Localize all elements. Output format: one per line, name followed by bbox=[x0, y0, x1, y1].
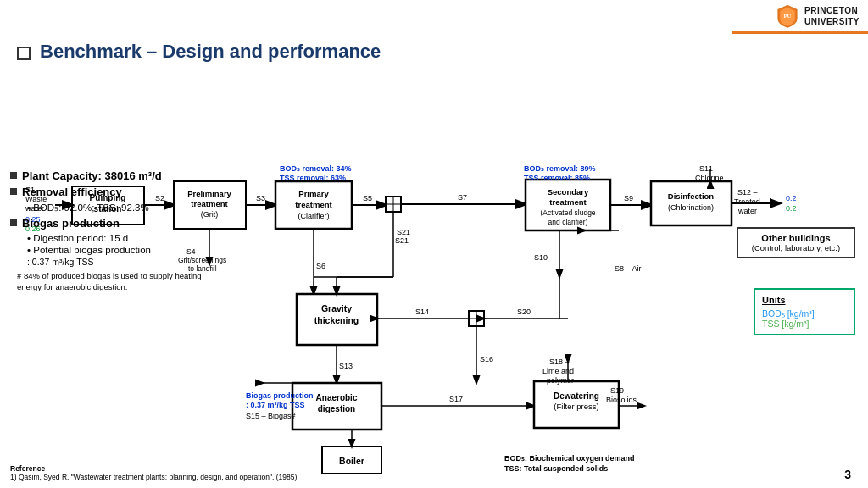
bullet-square-icon bbox=[10, 172, 17, 179]
bod5-sub: BOD₅: 92.0%; TSS: 92.3% bbox=[27, 202, 214, 214]
svg-text:(Filter press): (Filter press) bbox=[554, 402, 598, 411]
page: PU PRINCETON UNIVERSITY Benchmark – Desi… bbox=[0, 0, 868, 488]
biogas-label: Biogas production bbox=[22, 217, 120, 230]
svg-text:TSS removal: 63%: TSS removal: 63% bbox=[280, 174, 346, 182]
svg-text:S21: S21 bbox=[395, 236, 409, 245]
reference-title: Reference bbox=[10, 464, 299, 473]
princeton-logo: PU PRINCETON UNIVERSITY bbox=[776, 4, 860, 28]
plant-capacity-item: Plant Capacity: 38016 m³/d bbox=[10, 169, 214, 182]
svg-text:S17: S17 bbox=[449, 395, 463, 403]
svg-text:S3: S3 bbox=[256, 194, 265, 202]
title-checkbox bbox=[17, 47, 31, 60]
other-buildings-subtitle: (Control, laboratory, etc.) bbox=[745, 243, 847, 252]
svg-text:S19 –: S19 – bbox=[610, 386, 631, 395]
svg-text:(Chlorination): (Chlorination) bbox=[668, 203, 714, 212]
svg-text:S20: S20 bbox=[517, 308, 531, 316]
svg-text:S18 –: S18 – bbox=[549, 358, 570, 366]
svg-text:polymer: polymer bbox=[547, 376, 574, 385]
svg-text:Lime and: Lime and bbox=[542, 367, 574, 375]
svg-text:Chlorine: Chlorine bbox=[695, 174, 724, 182]
svg-text:BOD₅ removal: 34%: BOD₅ removal: 34% bbox=[280, 164, 352, 173]
header: PU PRINCETON UNIVERSITY bbox=[732, 0, 868, 34]
svg-text:S10: S10 bbox=[534, 253, 548, 262]
units-bod: BOD₅ [kg/m³] bbox=[762, 308, 847, 319]
bullet-square-icon bbox=[10, 219, 17, 226]
title-area: Benchmark – Design and performance bbox=[17, 41, 381, 63]
svg-text:Biogas production: Biogas production bbox=[246, 391, 314, 400]
university-name: PRINCETON UNIVERSITY bbox=[804, 5, 860, 27]
svg-text:Treated: Treated bbox=[734, 197, 760, 206]
removal-efficiency-item: Removal efficiency bbox=[10, 186, 214, 198]
main-title: Benchmark – Design and performance bbox=[40, 41, 381, 62]
svg-text:S15 – Biogas#: S15 – Biogas# bbox=[246, 412, 296, 420]
digestion-sub: Digestion period: 15 d bbox=[27, 233, 214, 243]
svg-text:and clarifier): and clarifier) bbox=[548, 218, 588, 226]
svg-text:thickening: thickening bbox=[314, 315, 359, 325]
svg-text:S7: S7 bbox=[458, 193, 467, 202]
svg-text:Disinfection: Disinfection bbox=[668, 191, 715, 201]
svg-text:treatment: treatment bbox=[549, 197, 587, 207]
plant-capacity-label: Plant Capacity: 38016 m³/d bbox=[22, 169, 162, 182]
reference-text: 1) Qasim, Syed R. "Wastewater treatment … bbox=[10, 473, 299, 481]
svg-text:treatment: treatment bbox=[295, 200, 332, 209]
svg-text:water: water bbox=[737, 207, 757, 215]
princeton-shield-icon: PU bbox=[776, 4, 799, 28]
svg-text:PU: PU bbox=[783, 13, 791, 19]
svg-text:Gravity: Gravity bbox=[321, 303, 352, 313]
potential-value: : 0.37 m³/kg TSS bbox=[27, 257, 214, 267]
svg-text:Primary: Primary bbox=[298, 189, 329, 198]
svg-text:TSS: Total suspended solids: TSS: Total suspended solids bbox=[504, 464, 608, 473]
footnote-text: # 84% of produced biogas is used to supp… bbox=[17, 270, 212, 293]
page-number: 3 bbox=[844, 468, 851, 481]
svg-text:S11 –: S11 – bbox=[699, 164, 720, 173]
svg-text:S21: S21 bbox=[397, 228, 410, 236]
units-box: Units BOD₅ [kg/m³] TSS [kg/m³] bbox=[754, 288, 855, 336]
svg-text:0.2: 0.2 bbox=[786, 194, 797, 202]
other-buildings-title: Other buildings bbox=[745, 233, 847, 243]
svg-text:S9: S9 bbox=[624, 194, 633, 202]
bullet-square-icon bbox=[10, 188, 17, 195]
left-panel: Plant Capacity: 38016 m³/d Removal effic… bbox=[10, 169, 214, 293]
biogas-item: Biogas production bbox=[10, 217, 214, 230]
svg-text:S5: S5 bbox=[363, 194, 372, 202]
svg-text:digestion: digestion bbox=[318, 404, 355, 413]
svg-text:S12 –: S12 – bbox=[737, 188, 758, 197]
svg-text:S13: S13 bbox=[339, 362, 353, 370]
svg-text:S16: S16 bbox=[480, 355, 493, 363]
svg-text:S14: S14 bbox=[415, 308, 429, 316]
svg-text:Anaerobic: Anaerobic bbox=[316, 393, 358, 402]
svg-text:Biosolids: Biosolids bbox=[606, 396, 637, 404]
svg-text:BOD₅: Biochemical oxygen deman: BOD₅: Biochemical oxygen demand bbox=[504, 454, 635, 463]
units-title: Units bbox=[762, 295, 847, 305]
svg-text:(Activated sludge: (Activated sludge bbox=[540, 208, 595, 217]
svg-text:Boiler: Boiler bbox=[339, 456, 364, 466]
svg-text:(Clarifier): (Clarifier) bbox=[298, 212, 330, 220]
svg-text:Dewatering: Dewatering bbox=[554, 391, 599, 401]
units-tss: TSS [kg/m³] bbox=[762, 319, 847, 329]
svg-text:: 0.37 m³/kg TSS: : 0.37 m³/kg TSS bbox=[246, 401, 305, 409]
other-buildings-box: Other buildings (Control, laboratory, et… bbox=[737, 227, 855, 258]
svg-text:TSS removal: 85%: TSS removal: 85% bbox=[524, 174, 590, 182]
removal-efficiency-label: Removal efficiency bbox=[22, 186, 122, 198]
svg-text:Secondary: Secondary bbox=[548, 187, 589, 197]
svg-text:0.2: 0.2 bbox=[786, 204, 797, 213]
reference-area: Reference 1) Qasim, Syed R. "Wastewater … bbox=[10, 464, 299, 481]
svg-text:BOD₅ removal: 89%: BOD₅ removal: 89% bbox=[524, 164, 596, 173]
potential-sub: Potential biogas production bbox=[27, 245, 214, 255]
svg-text:S8 – Air: S8 – Air bbox=[615, 264, 642, 273]
svg-text:S6: S6 bbox=[316, 262, 326, 270]
